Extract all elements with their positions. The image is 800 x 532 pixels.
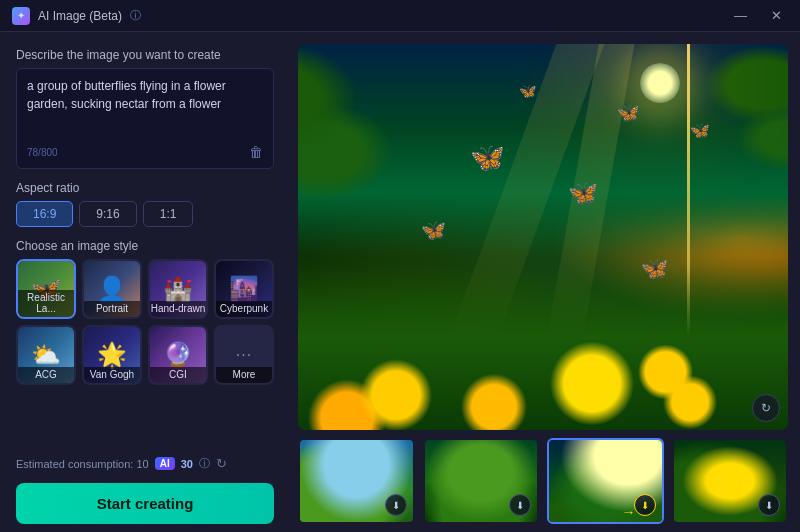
butterfly-4: 🦋 — [421, 218, 446, 242]
title-info-icon[interactable]: ⓘ — [130, 8, 141, 23]
style-realistic[interactable]: 🦋 Realistic La... — [16, 259, 76, 319]
prompt-input[interactable]: a group of butterflies flying in a flowe… — [27, 77, 263, 137]
app-icon: ✦ — [12, 7, 30, 25]
butterfly-6: 🦋 — [690, 121, 710, 140]
style-label: Choose an image style — [16, 239, 274, 253]
style-more[interactable]: ··· More — [214, 325, 274, 385]
main-image-container: 🦋 🦋 🦋 🦋 🦋 🦋 🦋 ↻ — [298, 44, 788, 430]
consumption-label: Estimated consumption: 10 — [16, 458, 149, 470]
butterfly-3: 🦋 — [617, 102, 639, 124]
thumb-3-download[interactable]: ⬇ — [634, 494, 656, 516]
prompt-section: Describe the image you want to create a … — [16, 48, 274, 169]
butterfly-5: 🦋 — [519, 83, 536, 99]
aspect-16-9[interactable]: 16:9 — [16, 201, 73, 227]
thumbnail-1[interactable]: ⬇ — [298, 438, 415, 524]
style-handdrawn[interactable]: 🏰 Hand-drawn — [148, 259, 208, 319]
style-vangogh[interactable]: 🌟 Van Gogh — [82, 325, 142, 385]
butterfly-1: 🦋 — [470, 141, 505, 174]
thumbnail-2[interactable]: ⬇ — [423, 438, 540, 524]
main-image: 🦋 🦋 🦋 🦋 🦋 🦋 🦋 — [298, 44, 788, 430]
textarea-footer: 78/800 🗑 — [27, 144, 263, 160]
consumption-info-icon[interactable]: ⓘ — [199, 456, 210, 471]
style-cgi-label: CGI — [150, 367, 206, 383]
ai-badge: AI — [155, 457, 175, 470]
aspect-label: Aspect ratio — [16, 181, 274, 195]
thumbnails-row: ⬇ ⬇ ⬇ → ⬇ — [298, 438, 788, 524]
left-bottom: Estimated consumption: 10 AI 30 ⓘ ↻ Star… — [16, 456, 274, 524]
style-cgi[interactable]: 🔮 CGI — [148, 325, 208, 385]
arrow-indicator: → — [622, 504, 636, 520]
app-title: AI Image (Beta) — [38, 9, 122, 23]
thumbnail-4[interactable]: ⬇ — [672, 438, 789, 524]
thumb-2-download[interactable]: ⬇ — [509, 494, 531, 516]
title-bar-left: ✦ AI Image (Beta) ⓘ — [12, 7, 141, 25]
style-vangogh-label: Van Gogh — [84, 367, 140, 383]
style-section: Choose an image style 🦋 Realistic La... … — [16, 239, 274, 385]
style-acg-label: ACG — [18, 367, 74, 383]
char-count: 78/800 — [27, 147, 58, 158]
right-panel: 🦋 🦋 🦋 🦋 🦋 🦋 🦋 ↻ ⬇ ⬇ ⬇ — [290, 32, 800, 532]
refresh-icon[interactable]: ↻ — [216, 456, 227, 471]
style-cyberpunk-label: Cyberpunk — [216, 301, 272, 317]
title-bar: ✦ AI Image (Beta) ⓘ — ✕ — [0, 0, 800, 32]
more-dots-icon: ··· — [236, 346, 252, 364]
aspect-1-1[interactable]: 1:1 — [143, 201, 194, 227]
style-portrait-label: Portrait — [84, 301, 140, 317]
clear-button[interactable]: 🗑 — [249, 144, 263, 160]
butterfly-7: 🦋 — [641, 256, 668, 282]
main-content: Describe the image you want to create a … — [0, 32, 800, 532]
thumb-4-download[interactable]: ⬇ — [758, 494, 780, 516]
consumption-num: 30 — [181, 458, 193, 470]
image-refresh-button[interactable]: ↻ — [752, 394, 780, 422]
scene-flowers — [298, 198, 788, 430]
minimize-button[interactable]: — — [728, 6, 753, 25]
textarea-container: a group of butterflies flying in a flowe… — [16, 68, 274, 169]
butterfly-2: 🦋 — [568, 179, 598, 207]
style-realistic-label: Realistic La... — [18, 290, 74, 317]
style-handdrawn-label: Hand-drawn — [150, 301, 206, 317]
start-creating-button[interactable]: Start creating — [16, 483, 274, 524]
aspect-9-16[interactable]: 9:16 — [79, 201, 136, 227]
thumbnail-3[interactable]: ⬇ → — [547, 438, 664, 524]
prompt-label: Describe the image you want to create — [16, 48, 274, 62]
close-button[interactable]: ✕ — [765, 6, 788, 25]
left-panel: Describe the image you want to create a … — [0, 32, 290, 532]
aspect-section: Aspect ratio 16:9 9:16 1:1 — [16, 181, 274, 227]
style-more-label: More — [216, 367, 272, 383]
style-cyberpunk[interactable]: 🌆 Cyberpunk — [214, 259, 274, 319]
aspect-buttons: 16:9 9:16 1:1 — [16, 201, 274, 227]
consumption-row: Estimated consumption: 10 AI 30 ⓘ ↻ — [16, 456, 274, 471]
style-acg[interactable]: ⛅ ACG — [16, 325, 76, 385]
window-controls: — ✕ — [728, 6, 788, 25]
thumb-1-download[interactable]: ⬇ — [385, 494, 407, 516]
style-portrait[interactable]: 👤 Portrait — [82, 259, 142, 319]
style-grid: 🦋 Realistic La... 👤 Portrait 🏰 Hand-draw… — [16, 259, 274, 385]
